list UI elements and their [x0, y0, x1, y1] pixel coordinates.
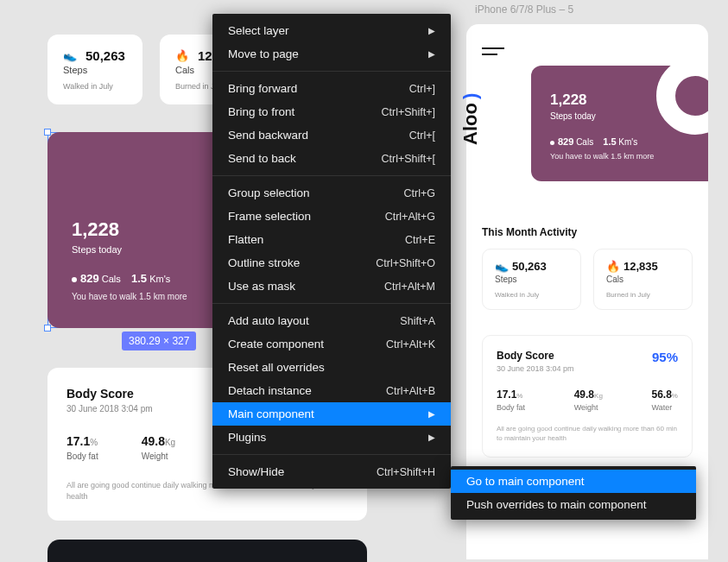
- section-month-activity: This Month Activity: [482, 226, 577, 238]
- ctx-separator: [212, 71, 451, 72]
- menu-icon[interactable]: [482, 47, 504, 55]
- ctx-move-to-page[interactable]: Move to page▶: [212, 42, 451, 66]
- mini-body-msg: All are going good continue daily walkin…: [497, 424, 678, 443]
- selection-dimensions: 380.29 × 327: [122, 332, 196, 350]
- chevron-right-icon: ▶: [428, 409, 435, 419]
- ctx-create-component[interactable]: Create componentCtrl+Alt+K: [212, 332, 451, 356]
- brand-label: Aloo): [459, 93, 482, 145]
- fire-icon: 🔥: [606, 260, 620, 273]
- context-submenu[interactable]: Go to main component Push overrides to m…: [451, 466, 696, 520]
- steps-value: 50,263: [85, 48, 125, 63]
- ctx-separator: [212, 175, 451, 176]
- ctx-add-auto-layout[interactable]: Add auto layoutShift+A: [212, 309, 451, 332]
- mini-substats: 829 Cals 1.5 Km's: [550, 136, 691, 147]
- ctx-frame-selection[interactable]: Frame selectionCtrl+Alt+G: [212, 205, 451, 228]
- steps-card[interactable]: 👟 50,263 Steps Walked in July: [47, 35, 142, 104]
- ctx-group-selection[interactable]: Group selectionCtrl+G: [212, 181, 451, 205]
- ctx-send-backward[interactable]: Send backwardCtrl+[: [212, 123, 451, 147]
- metric-weight: 49.8Kg Weight: [142, 434, 175, 461]
- ctx-plugins[interactable]: Plugins▶: [212, 426, 451, 449]
- sub-push-overrides[interactable]: Push overrides to main component: [451, 493, 696, 516]
- chevron-right-icon: ▶: [428, 49, 435, 59]
- chevron-right-icon: ▶: [428, 26, 435, 35]
- mini-body-title: Body Score: [497, 350, 678, 362]
- mini-body-date: 30 June 2018 3:04 pm: [497, 364, 678, 373]
- mini-steps-card[interactable]: 👟50,263 Steps Walked in July: [482, 249, 581, 310]
- ctx-detach-instance[interactable]: Detach instanceCtrl+Alt+B: [212, 379, 451, 402]
- shoe-icon: 👟: [63, 49, 77, 62]
- metric-body-fat: 17.1% Body fat: [66, 434, 98, 461]
- mini-stats-row: 👟50,263 Steps Walked in July 🔥12,835 Cal…: [482, 249, 693, 310]
- mini-hero-card[interactable]: 1,228 Steps today 829 Cals 1.5 Km's You …: [531, 66, 708, 181]
- ctx-show-hide[interactable]: Show/HideCtrl+Shift+H: [212, 460, 451, 483]
- ctx-flatten[interactable]: FlattenCtrl+E: [212, 228, 451, 251]
- resize-handle-bl[interactable]: [44, 325, 51, 332]
- ctx-use-as-mask[interactable]: Use as maskCtrl+Alt+M: [212, 275, 451, 298]
- shoe-icon: 👟: [495, 260, 509, 273]
- body-pct: 95%: [652, 350, 678, 364]
- ctx-select-layer[interactable]: Select layer▶: [212, 19, 451, 42]
- ctx-bring-forward[interactable]: Bring forwardCtrl+]: [212, 77, 451, 100]
- steps-sub: Walked in July: [63, 82, 127, 91]
- ctx-reset-overrides[interactable]: Reset all overrides: [212, 356, 451, 379]
- artboard-label[interactable]: iPhone 6/7/8 Plus – 5: [475, 3, 573, 16]
- mini-metric-weight: 49.8Kg Weight: [574, 388, 603, 412]
- context-menu[interactable]: Select layer▶ Move to page▶ Bring forwar…: [212, 14, 451, 489]
- mini-metric-fat: 17.1% Body fat: [497, 388, 525, 412]
- ctx-main-component[interactable]: Main component▶: [212, 402, 451, 426]
- mini-tip: You have to walk 1.5 km more: [550, 152, 691, 161]
- mini-body-score-card[interactable]: 95% Body Score 30 June 2018 3:04 pm 17.1…: [482, 335, 693, 458]
- chevron-right-icon: ▶: [428, 433, 435, 442]
- mini-metric-water: 56.8% Water: [652, 388, 678, 412]
- ctx-separator: [212, 303, 451, 304]
- mini-circle-decor: [656, 66, 708, 135]
- dark-card[interactable]: [47, 540, 367, 562]
- fire-icon: 🔥: [175, 49, 189, 62]
- ctx-outline-stroke[interactable]: Outline strokeCtrl+Shift+O: [212, 251, 451, 275]
- ctx-send-to-back[interactable]: Send to backCtrl+Shift+[: [212, 147, 451, 170]
- resize-handle-tl[interactable]: [44, 129, 51, 136]
- ctx-separator: [212, 454, 451, 455]
- steps-label: Steps: [63, 65, 127, 75]
- ctx-bring-to-front[interactable]: Bring to frontCtrl+Shift+]: [212, 100, 451, 123]
- mini-cals-card[interactable]: 🔥12,835 Cals Burned in July: [593, 249, 693, 310]
- sub-go-to-main[interactable]: Go to main component: [451, 470, 696, 493]
